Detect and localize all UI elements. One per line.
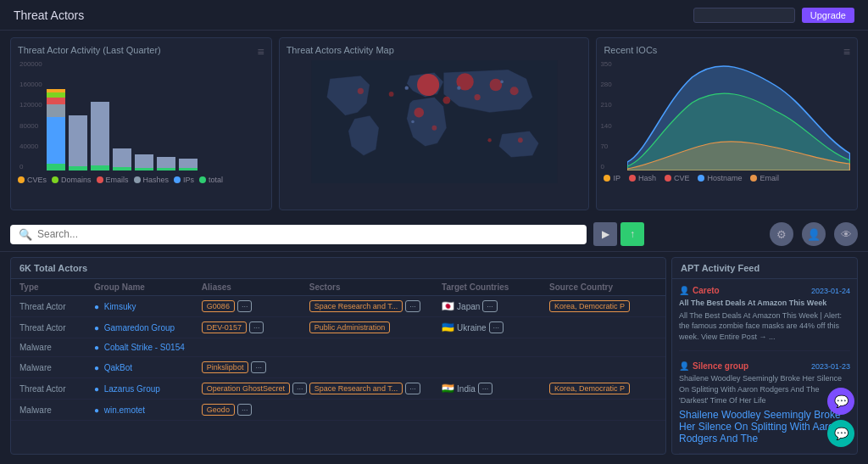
user-icon-button[interactable]: 👤: [802, 222, 826, 246]
alias-tag: G0086: [202, 300, 235, 312]
fab-chat-button[interactable]: 💬: [827, 388, 854, 415]
search-icon: 🔍: [19, 228, 32, 241]
link-emotet[interactable]: win.emotet: [104, 405, 145, 415]
ioc-card: Recent IOCs ≡ 350 280 210 140 70 0: [596, 37, 858, 210]
fab-help-button[interactable]: 💬: [827, 420, 854, 447]
link-kimsuky[interactable]: Kimsuky: [104, 302, 136, 311]
feed-actor-careto[interactable]: 👤 Careto: [679, 286, 720, 295]
row-sectors-2: Public Administration: [309, 321, 442, 333]
row-group-6: ● win.emotet: [94, 405, 202, 415]
row-group-1: ● Kimsuky: [94, 302, 202, 311]
ioc-y-labels: 350 280 210 140 70 0: [600, 60, 611, 171]
legend-dot-ip: [604, 175, 610, 182]
row-group-4: ● QakBot: [94, 363, 202, 372]
row-aliases-5: Operation GhostSecret ···: [202, 383, 309, 394]
svg-point-7: [474, 94, 480, 100]
bar-group-5: [135, 154, 153, 171]
legend-dot-hashes: [134, 176, 141, 183]
ioc-menu-icon[interactable]: ≡: [843, 45, 850, 59]
feed-date-1: 2023-01-24: [811, 287, 850, 295]
search-upload-button[interactable]: ↑: [620, 222, 644, 246]
svg-point-3: [489, 79, 502, 92]
charts-row: Threat Actor Activity (Last Quarter) ≡ 2…: [0, 31, 868, 217]
row-aliases-6: Geodo ···: [202, 404, 309, 416]
bar-group-2: [69, 115, 87, 171]
table-row: Malware ● QakBot Pinkslipbot ···: [11, 357, 665, 378]
feed-actor-silence[interactable]: 👤 Silence group: [679, 361, 748, 371]
row-group-3: ● Cobalt Strike - S0154: [94, 343, 202, 352]
search-play-button[interactable]: ▶: [593, 222, 617, 246]
table-row: Threat Actor ● Lazarus Group Operation G…: [11, 378, 665, 400]
table-total-label: 6K Total Actors: [11, 258, 665, 279]
legend-dot-hostname: [698, 175, 704, 182]
bar-seg: [113, 148, 131, 167]
bar-seg-email: [47, 98, 65, 104]
bar-group-4: [113, 148, 131, 171]
fab-group: 💬 💬: [827, 388, 854, 447]
legend-cves: CVEs: [18, 176, 47, 184]
row-type-6: Malware: [19, 405, 94, 415]
search-right-icons: ⚙ 👤 👁: [770, 222, 858, 246]
table-row: Malware ● win.emotet Geodo ···: [11, 400, 665, 421]
settings-icon-button[interactable]: ⚙: [770, 222, 793, 246]
header-search-input[interactable]: [693, 8, 795, 23]
col-header-type: Type: [19, 282, 94, 292]
row-target-1: 🇯🇵 Japan ···: [442, 300, 549, 312]
feed-item-header-1: 👤 Careto 2023-01-24: [679, 286, 850, 295]
legend-hash: Hash: [629, 174, 656, 182]
legend-domains: Domains: [52, 176, 92, 184]
legend-dot-ips: [174, 176, 181, 183]
link-lazarus[interactable]: Lazarus Group: [104, 384, 160, 394]
legend-ips: IPs: [174, 176, 194, 184]
table-columns: Type Group Name Aliases Sectors Target C…: [11, 279, 665, 296]
row-sectors-5: Space Research and T... ···: [309, 383, 442, 394]
legend-emails: Emails: [97, 176, 129, 184]
source-tag: Korea, Democratic P: [549, 383, 630, 394]
svg-point-12: [487, 138, 491, 142]
bar-seg: [91, 165, 109, 171]
alias-more: ···: [237, 404, 253, 416]
row-group-5: ● Lazarus Group: [94, 384, 202, 394]
bar-seg: [91, 102, 109, 165]
ioc-legend: IP Hash CVE Hostname Email: [604, 174, 850, 182]
col-header-group: Group Name: [94, 282, 202, 292]
bar-seg: [69, 115, 87, 166]
legend-total: total: [199, 176, 223, 184]
bar-seg: [135, 154, 153, 168]
search-input[interactable]: [37, 228, 578, 240]
row-sectors-1: Space Research and T... ···: [309, 300, 442, 312]
header-controls: Upgrade: [693, 8, 854, 23]
svg-point-15: [500, 81, 504, 84]
bar-legend: CVEs Domains Emails Hashes IPs total: [18, 176, 264, 184]
bar-seg: [157, 168, 175, 171]
link-qakbot[interactable]: QakBot: [104, 363, 132, 372]
feed-read-more[interactable]: Shailene Woodley Seemingly Broke Her Sil…: [679, 409, 841, 444]
header: Threat Actors Upgrade: [0, 0, 868, 31]
row-aliases-4: Pinkslipbot ···: [202, 361, 309, 373]
sector-tag: Space Research and T...: [309, 383, 403, 394]
legend-cve: CVE: [665, 174, 690, 182]
row-aliases-2: DEV-0157 ···: [202, 321, 309, 333]
feed-date-2: 2023-01-23: [811, 362, 850, 371]
alias-tag: Geodo: [202, 404, 235, 416]
feed-link-2: Shailene Woodley Seemingly Broke Her Sil…: [679, 409, 850, 444]
feed-item-1: 👤 Careto 2023-01-24 All The Best Deals A…: [679, 286, 850, 351]
link-gamaredon[interactable]: Gamaredon Group: [104, 323, 175, 333]
legend-dot-hash: [629, 175, 636, 182]
row-target-2: 🇺🇦 Ukraine ···: [442, 321, 549, 333]
alias-more: ···: [251, 361, 266, 373]
bar-chart-card: Threat Actor Activity (Last Quarter) ≡ 2…: [10, 37, 272, 210]
svg-point-5: [442, 97, 450, 104]
legend-dot-emails: [97, 176, 103, 183]
link-cobalt[interactable]: Cobalt Strike - S0154: [104, 343, 185, 352]
map-card: Threat Actors Activity Map: [279, 37, 590, 210]
bar-group-1: [47, 89, 65, 171]
table-section: 6K Total Actors Type Group Name Aliases …: [10, 257, 666, 455]
alias-more: ···: [249, 321, 264, 333]
svg-point-8: [388, 92, 393, 97]
col-header-sectors: Sectors: [309, 282, 442, 292]
sector-more: ···: [405, 300, 420, 312]
eye-icon-button[interactable]: 👁: [834, 222, 858, 246]
bar-chart-menu-icon[interactable]: ≡: [257, 45, 264, 59]
upgrade-button[interactable]: Upgrade: [802, 8, 854, 23]
